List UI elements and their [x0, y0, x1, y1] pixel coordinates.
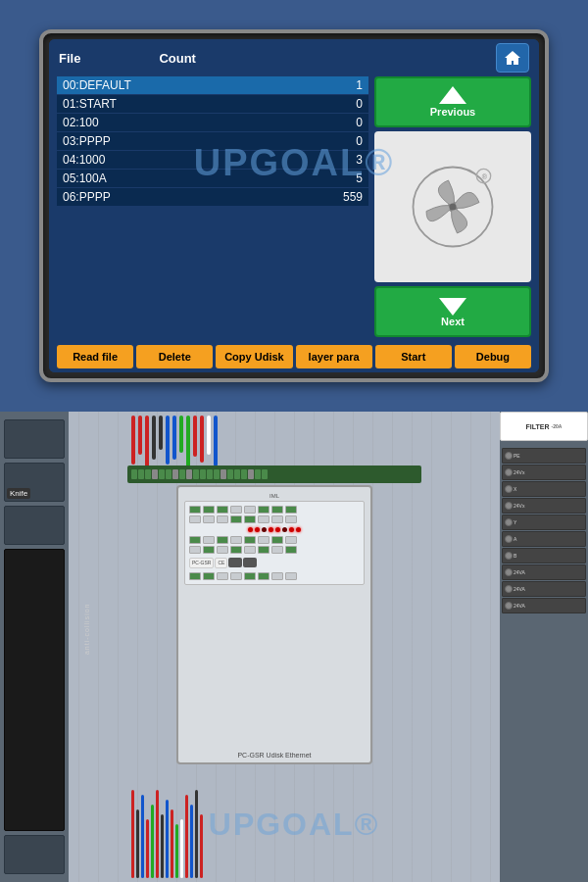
terminal-block-3: 24Vx	[502, 498, 586, 514]
pcb-cell-29	[244, 546, 256, 554]
filter-box: FILTER -20A	[500, 412, 588, 441]
wire-red-3	[145, 416, 149, 469]
file-count-1: 0	[333, 97, 363, 111]
previous-label: Previous	[430, 106, 475, 118]
conn-pin-2	[138, 469, 144, 479]
wire-v-green-2	[175, 824, 178, 878]
left-column: Knife	[0, 412, 69, 882]
conn-pin-15	[227, 469, 233, 479]
pcb-cell-6	[258, 506, 270, 514]
conn-pin-20	[262, 469, 268, 479]
screen: File Count 00:DEFAULT101:START002:100003	[49, 39, 539, 372]
pcb-cell-9	[189, 515, 201, 523]
wire-v-black-1	[136, 809, 139, 878]
terminal-block-0: PE	[502, 448, 586, 464]
footer-btn-read-file[interactable]: Read file	[57, 345, 133, 368]
conn-pin-8	[179, 469, 185, 479]
screen-body: 00:DEFAULT101:START002:100003:PPPP004:10…	[49, 76, 539, 341]
terminal-screw-7	[505, 568, 513, 576]
footer-btn-copy-udisk[interactable]: Copy Udisk	[216, 345, 292, 368]
knife-label: Knife	[7, 488, 30, 499]
wiring-section: Knife anti-collision	[0, 412, 588, 882]
file-row-3[interactable]: 03:PPPP0	[57, 132, 368, 150]
pcb-cell-13	[244, 515, 256, 523]
next-button[interactable]: Next	[374, 286, 531, 337]
terminal-block-7: 24VA	[502, 564, 586, 580]
svg-text:®: ®	[482, 172, 488, 181]
file-name-4: 04:1000	[63, 153, 105, 167]
elec-module-3	[4, 506, 65, 545]
pcb-cell-16	[285, 515, 297, 523]
file-row-0[interactable]: 00:DEFAULT1	[57, 76, 368, 94]
file-count-2: 0	[333, 116, 363, 129]
file-row-4[interactable]: 04:10003	[57, 151, 368, 169]
pcb-title: IML	[184, 493, 365, 499]
pcb-cell-34	[203, 572, 215, 580]
terminal-label-4: Y	[514, 519, 516, 525]
pcb-cell-15	[271, 515, 283, 523]
pcb-cell-33	[189, 572, 201, 580]
terminal-label-2: X	[514, 486, 516, 492]
pcb-bottom-label: PC-GSR Udisk Ethernet	[237, 752, 311, 759]
file-name-3: 03:PPPP	[63, 134, 111, 148]
pcb-cell-7	[271, 506, 283, 514]
conn-pin-11	[200, 469, 206, 479]
file-name-0: 00:DEFAULT	[63, 78, 131, 92]
terminal-label-9: 24VA	[514, 603, 525, 609]
wire-v-red-1	[131, 790, 134, 878]
pcb-inner: PC-GSR CE	[184, 501, 365, 585]
conn-pin-9	[186, 469, 192, 479]
pcb-cell-35	[217, 572, 228, 580]
led-8	[296, 527, 301, 532]
elec-module-1	[4, 419, 65, 459]
pcb-cell-12	[230, 515, 242, 523]
home-button[interactable]	[496, 43, 529, 73]
file-row-1[interactable]: 01:START0	[57, 95, 368, 113]
terminal-screw-6	[505, 552, 513, 560]
pcb-cell-39	[271, 572, 283, 580]
wire-green-1	[179, 416, 183, 453]
file-count-4: 3	[333, 153, 363, 167]
footer-btn-start[interactable]: Start	[375, 345, 452, 368]
file-row-5[interactable]: 05:100A5	[57, 170, 368, 187]
wire-v-red-6	[200, 814, 203, 878]
led-5	[275, 527, 280, 532]
previous-button[interactable]: Previous	[374, 76, 531, 127]
terminal-screw-9	[505, 602, 513, 610]
elec-module-2: Knife	[4, 463, 65, 502]
file-row-6[interactable]: 06:PPPP559	[57, 188, 368, 206]
footer-btn-debug[interactable]: Debug	[455, 345, 531, 368]
file-list: 00:DEFAULT101:START002:100003:PPPP004:10…	[57, 76, 368, 337]
footer-btn-layer-para[interactable]: layer para	[296, 345, 372, 368]
right-column: FILTER -20A PE24VxX24VxYAB24VA24VA24VA	[500, 412, 588, 882]
pcb-cell-37	[244, 572, 256, 580]
file-row-2[interactable]: 02:1000	[57, 114, 368, 131]
terminal-screw-0	[505, 452, 513, 460]
file-name-1: 01:START	[63, 97, 117, 111]
terminal-screw-8	[505, 585, 513, 593]
wire-blue-3	[214, 416, 218, 466]
terminal-block-6: B	[502, 548, 586, 564]
wire-black-1	[152, 416, 156, 460]
footer-btn-delete[interactable]: Delete	[136, 345, 213, 368]
wire-blue-1	[166, 416, 170, 465]
conn-pin-18	[248, 469, 254, 479]
pcb-cell-38	[258, 572, 270, 580]
file-count-3: 0	[333, 134, 363, 148]
pcb-cell-36	[230, 572, 242, 580]
conn-pin-13	[214, 469, 220, 479]
led-2	[255, 527, 260, 532]
count-column-header: Count	[159, 51, 196, 66]
terminal-block-1: 24Vx	[502, 465, 586, 480]
right-panel: Previous	[374, 76, 531, 337]
terminal-label-6: B	[514, 553, 516, 559]
wire-blue-2	[172, 416, 176, 460]
wire-v-black-3	[195, 790, 198, 878]
led-6	[282, 527, 287, 532]
wires-top	[127, 412, 421, 470]
pcb-cell-21	[244, 536, 256, 544]
pcb-cell-10	[203, 515, 215, 523]
pcb-cell-28	[230, 546, 242, 554]
terminal-label-3: 24Vx	[514, 503, 524, 509]
pcb-board: IML	[176, 485, 372, 764]
